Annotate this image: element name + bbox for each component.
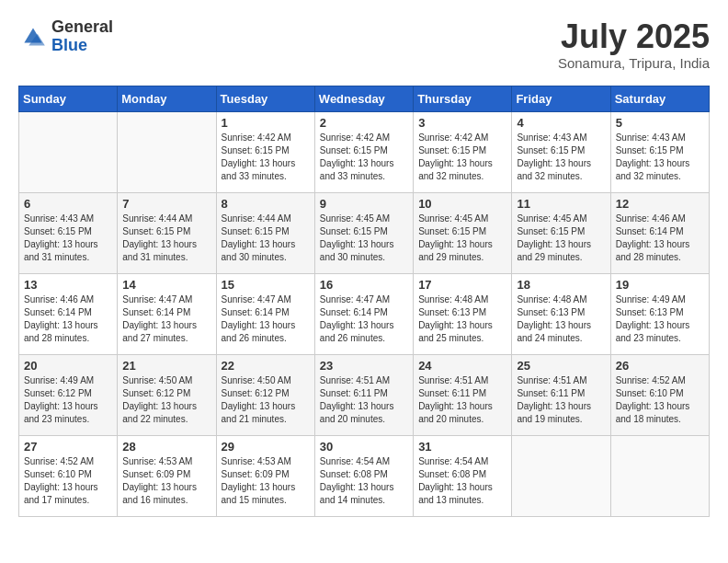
calendar-cell: 28Sunrise: 4:53 AM Sunset: 6:09 PM Dayli… — [118, 435, 216, 516]
calendar-cell: 29Sunrise: 4:53 AM Sunset: 6:09 PM Dayli… — [216, 435, 314, 516]
calendar-cell: 4Sunrise: 4:43 AM Sunset: 6:15 PM Daylig… — [512, 111, 610, 192]
day-info: Sunrise: 4:50 AM Sunset: 6:12 PM Dayligh… — [122, 374, 210, 426]
calendar-cell: 5Sunrise: 4:43 AM Sunset: 6:15 PM Daylig… — [610, 111, 709, 192]
calendar-cell: 17Sunrise: 4:48 AM Sunset: 6:13 PM Dayli… — [414, 273, 512, 354]
weekday-header: Tuesday — [216, 86, 314, 111]
logo-text: General Blue — [51, 18, 113, 55]
day-info: Sunrise: 4:43 AM Sunset: 6:15 PM Dayligh… — [517, 132, 605, 183]
calendar-cell — [512, 435, 610, 516]
calendar-week-row: 1Sunrise: 4:42 AM Sunset: 6:15 PM Daylig… — [19, 111, 710, 192]
calendar-cell: 27Sunrise: 4:52 AM Sunset: 6:10 PM Dayli… — [19, 435, 118, 516]
day-number: 9 — [320, 197, 408, 211]
calendar-cell: 22Sunrise: 4:50 AM Sunset: 6:12 PM Dayli… — [216, 354, 314, 435]
calendar-week-row: 6Sunrise: 4:43 AM Sunset: 6:15 PM Daylig… — [19, 192, 710, 273]
day-number: 12 — [616, 197, 704, 211]
day-number: 15 — [222, 278, 310, 292]
weekday-header: Monday — [118, 86, 216, 111]
calendar-cell: 15Sunrise: 4:47 AM Sunset: 6:14 PM Dayli… — [216, 273, 314, 354]
calendar-cell — [610, 435, 709, 516]
day-number: 14 — [122, 278, 210, 292]
day-info: Sunrise: 4:51 AM Sunset: 6:11 PM Dayligh… — [320, 374, 408, 426]
calendar-cell: 7Sunrise: 4:44 AM Sunset: 6:15 PM Daylig… — [118, 192, 216, 273]
calendar-week-row: 27Sunrise: 4:52 AM Sunset: 6:10 PM Dayli… — [19, 435, 710, 516]
calendar-cell: 25Sunrise: 4:51 AM Sunset: 6:11 PM Dayli… — [512, 354, 610, 435]
calendar-cell: 18Sunrise: 4:48 AM Sunset: 6:13 PM Dayli… — [512, 273, 610, 354]
calendar-cell: 30Sunrise: 4:54 AM Sunset: 6:08 PM Dayli… — [314, 435, 413, 516]
day-info: Sunrise: 4:51 AM Sunset: 6:11 PM Dayligh… — [418, 374, 506, 426]
calendar-cell: 19Sunrise: 4:49 AM Sunset: 6:13 PM Dayli… — [610, 273, 709, 354]
day-info: Sunrise: 4:46 AM Sunset: 6:14 PM Dayligh… — [24, 293, 112, 345]
day-info: Sunrise: 4:54 AM Sunset: 6:08 PM Dayligh… — [320, 455, 408, 507]
day-number: 3 — [418, 116, 506, 130]
day-number: 17 — [418, 278, 506, 292]
title-block: July 2025 Sonamura, Tripura, India — [558, 18, 710, 71]
day-info: Sunrise: 4:42 AM Sunset: 6:15 PM Dayligh… — [320, 132, 408, 183]
day-info: Sunrise: 4:53 AM Sunset: 6:09 PM Dayligh… — [122, 455, 210, 507]
weekday-header: Friday — [512, 86, 610, 111]
day-number: 1 — [222, 116, 310, 130]
day-info: Sunrise: 4:48 AM Sunset: 6:13 PM Dayligh… — [517, 293, 605, 345]
calendar-week-row: 13Sunrise: 4:46 AM Sunset: 6:14 PM Dayli… — [19, 273, 710, 354]
day-info: Sunrise: 4:42 AM Sunset: 6:15 PM Dayligh… — [222, 132, 310, 183]
day-number: 10 — [418, 197, 506, 211]
day-info: Sunrise: 4:51 AM Sunset: 6:11 PM Dayligh… — [517, 374, 605, 426]
day-info: Sunrise: 4:45 AM Sunset: 6:15 PM Dayligh… — [320, 213, 408, 264]
day-number: 27 — [24, 440, 112, 454]
day-info: Sunrise: 4:46 AM Sunset: 6:14 PM Dayligh… — [616, 213, 704, 264]
day-number: 7 — [122, 197, 210, 211]
calendar-cell — [19, 111, 118, 192]
day-number: 4 — [517, 116, 605, 130]
day-info: Sunrise: 4:45 AM Sunset: 6:15 PM Dayligh… — [418, 213, 506, 264]
day-info: Sunrise: 4:43 AM Sunset: 6:15 PM Dayligh… — [616, 132, 704, 183]
day-number: 6 — [24, 197, 112, 211]
calendar-cell: 21Sunrise: 4:50 AM Sunset: 6:12 PM Dayli… — [118, 354, 216, 435]
day-number: 19 — [616, 278, 704, 292]
day-info: Sunrise: 4:47 AM Sunset: 6:14 PM Dayligh… — [122, 293, 210, 345]
calendar-cell: 24Sunrise: 4:51 AM Sunset: 6:11 PM Dayli… — [414, 354, 512, 435]
logo-general: General — [51, 18, 113, 37]
page-header: General Blue July 2025 Sonamura, Tripura… — [18, 18, 710, 71]
day-info: Sunrise: 4:47 AM Sunset: 6:14 PM Dayligh… — [320, 293, 408, 345]
day-number: 29 — [222, 440, 310, 454]
calendar-cell: 26Sunrise: 4:52 AM Sunset: 6:10 PM Dayli… — [610, 354, 709, 435]
calendar-cell: 13Sunrise: 4:46 AM Sunset: 6:14 PM Dayli… — [19, 273, 118, 354]
month-title: July 2025 — [558, 18, 710, 55]
calendar-cell: 20Sunrise: 4:49 AM Sunset: 6:12 PM Dayli… — [19, 354, 118, 435]
calendar-table: SundayMondayTuesdayWednesdayThursdayFrid… — [18, 86, 710, 517]
day-number: 18 — [517, 278, 605, 292]
day-number: 2 — [320, 116, 408, 130]
day-number: 25 — [517, 359, 605, 373]
calendar-cell — [118, 111, 216, 192]
weekday-header-row: SundayMondayTuesdayWednesdayThursdayFrid… — [19, 86, 710, 111]
day-info: Sunrise: 4:50 AM Sunset: 6:12 PM Dayligh… — [222, 374, 310, 426]
day-number: 21 — [122, 359, 210, 373]
calendar-cell: 6Sunrise: 4:43 AM Sunset: 6:15 PM Daylig… — [19, 192, 118, 273]
calendar-cell: 1Sunrise: 4:42 AM Sunset: 6:15 PM Daylig… — [216, 111, 314, 192]
calendar-cell: 11Sunrise: 4:45 AM Sunset: 6:15 PM Dayli… — [512, 192, 610, 273]
day-info: Sunrise: 4:47 AM Sunset: 6:14 PM Dayligh… — [222, 293, 310, 345]
day-info: Sunrise: 4:42 AM Sunset: 6:15 PM Dayligh… — [418, 132, 506, 183]
day-number: 28 — [122, 440, 210, 454]
calendar-cell: 3Sunrise: 4:42 AM Sunset: 6:15 PM Daylig… — [414, 111, 512, 192]
day-number: 31 — [418, 440, 506, 454]
day-info: Sunrise: 4:43 AM Sunset: 6:15 PM Dayligh… — [24, 213, 112, 264]
day-number: 5 — [616, 116, 704, 130]
day-number: 30 — [320, 440, 408, 454]
location: Sonamura, Tripura, India — [558, 55, 710, 71]
weekday-header: Thursday — [414, 86, 512, 111]
calendar-cell: 31Sunrise: 4:54 AM Sunset: 6:08 PM Dayli… — [414, 435, 512, 516]
logo: General Blue — [18, 18, 113, 55]
logo-icon — [18, 22, 48, 52]
day-number: 23 — [320, 359, 408, 373]
day-info: Sunrise: 4:54 AM Sunset: 6:08 PM Dayligh… — [418, 455, 506, 507]
weekday-header: Wednesday — [314, 86, 413, 111]
day-info: Sunrise: 4:53 AM Sunset: 6:09 PM Dayligh… — [222, 455, 310, 507]
day-number: 20 — [24, 359, 112, 373]
day-number: 13 — [24, 278, 112, 292]
day-info: Sunrise: 4:49 AM Sunset: 6:13 PM Dayligh… — [616, 293, 704, 345]
weekday-header: Sunday — [19, 86, 118, 111]
calendar-cell: 16Sunrise: 4:47 AM Sunset: 6:14 PM Dayli… — [314, 273, 413, 354]
day-info: Sunrise: 4:49 AM Sunset: 6:12 PM Dayligh… — [24, 374, 112, 426]
calendar-week-row: 20Sunrise: 4:49 AM Sunset: 6:12 PM Dayli… — [19, 354, 710, 435]
calendar-cell: 14Sunrise: 4:47 AM Sunset: 6:14 PM Dayli… — [118, 273, 216, 354]
